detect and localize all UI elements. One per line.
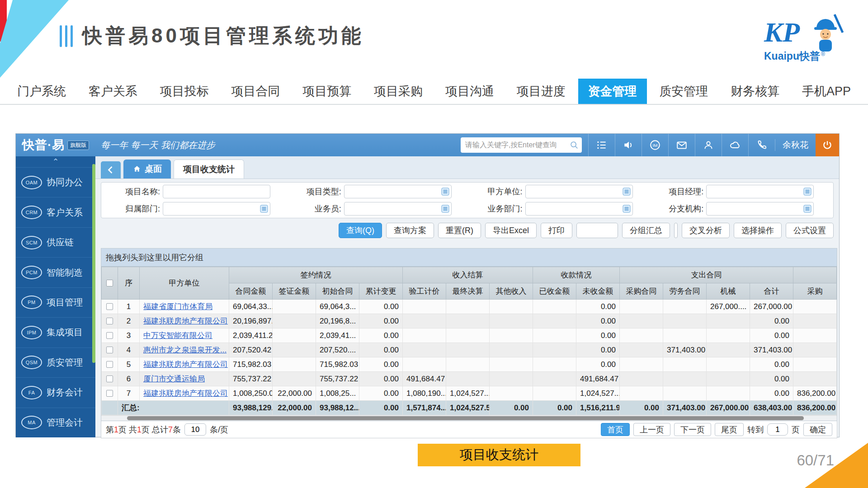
group-by-bar[interactable]: 拖拽列头到这里以用它分组 <box>101 249 837 267</box>
contact-icon[interactable] <box>695 134 722 156</box>
company-link[interactable]: 福建兆联房地产有限公司 <box>143 317 228 325</box>
goto-page-input[interactable] <box>767 423 788 436</box>
sidebar-item-oam[interactable]: OAM协同办公 <box>16 167 95 197</box>
sidebar-item-pcm[interactable]: PCM智能制造 <box>16 257 95 287</box>
prev-page-button[interactable]: 上一页 <box>633 423 670 436</box>
company-link[interactable]: 福建兆联房地产有限公司 <box>143 389 228 398</box>
search-icon[interactable] <box>569 140 579 150</box>
menu-icon[interactable] <box>588 134 615 156</box>
print-button[interactable]: 打印 <box>541 223 572 238</box>
col-header-4[interactable]: 累计变更 <box>359 283 403 300</box>
row-checkbox[interactable] <box>106 303 113 310</box>
row-checkbox[interactable] <box>106 361 113 368</box>
tab-desktop[interactable]: 桌面 <box>123 160 171 178</box>
nav-tab-3[interactable]: 项目投标 <box>150 79 219 104</box>
export-excel-button[interactable]: 导出Excel <box>485 223 537 238</box>
confirm-button[interactable]: 确定 <box>803 423 832 436</box>
phone-icon[interactable] <box>748 134 775 156</box>
select-all-checkbox[interactable] <box>106 280 113 286</box>
nav-tab-9[interactable]: 资金管理 <box>578 79 647 104</box>
list-picker-icon[interactable] <box>259 204 269 213</box>
im-icon[interactable]: IM <box>642 134 668 156</box>
filter-input-salesperson[interactable] <box>344 202 452 216</box>
filter-input-client-unit[interactable] <box>525 185 633 198</box>
list-picker-icon[interactable] <box>622 187 631 196</box>
col-header-5[interactable]: 验工计价 <box>403 283 446 300</box>
select-operation-button[interactable]: 选择操作 <box>734 223 782 238</box>
nav-tab-7[interactable]: 项目沟通 <box>435 79 504 104</box>
cross-analysis-button[interactable]: 交叉分析 <box>682 223 730 238</box>
next-page-button[interactable]: 下一页 <box>674 423 711 436</box>
sidebar-scrollbar[interactable] <box>92 164 95 363</box>
col-header-14[interactable]: 采购 <box>793 283 837 300</box>
col-header-10[interactable]: 采购合同 <box>620 283 663 300</box>
filter-input-project-name[interactable] <box>163 185 270 198</box>
col-header-3[interactable]: 初始合同 <box>316 283 359 300</box>
row-checkbox[interactable] <box>106 347 113 353</box>
page-size-input[interactable] <box>184 423 206 436</box>
sidebar-item-ma[interactable]: MA管理会计 <box>16 408 95 437</box>
sidebar-collapse-icon[interactable]: ⌃ <box>16 156 95 167</box>
nav-tab-4[interactable]: 项目合同 <box>221 79 290 104</box>
reset-button[interactable]: 重置(R) <box>438 223 481 238</box>
company-link[interactable]: 福建省厦门市体育局 <box>143 302 212 311</box>
filter-input-business-dept[interactable] <box>525 202 633 216</box>
company-link[interactable]: 厦门市交通运输局 <box>143 375 205 383</box>
list-picker-icon[interactable] <box>441 204 450 213</box>
sidebar-item-ipm[interactable]: IPM集成项目 <box>16 317 95 347</box>
cloud-icon[interactable] <box>722 134 748 156</box>
company-link[interactable]: 惠州市龙之泉温泉开发... <box>143 346 226 354</box>
global-search-input[interactable] <box>465 141 569 149</box>
list-picker-icon[interactable] <box>441 187 450 196</box>
first-page-button[interactable]: 首页 <box>601 423 630 436</box>
last-page-button[interactable]: 尾页 <box>715 423 744 436</box>
list-picker-icon[interactable] <box>803 187 812 196</box>
company-link[interactable]: 福建兆联房地产有限公司 <box>143 360 228 369</box>
col-header-9[interactable]: 未收金额 <box>576 283 620 300</box>
power-button[interactable] <box>816 134 839 156</box>
tab-project-income-expense[interactable]: 项目收支统计 <box>174 160 244 178</box>
col-header-12[interactable]: 机械 <box>707 283 750 300</box>
nav-tab-1[interactable]: 门户系统 <box>7 79 76 104</box>
blank-button[interactable] <box>576 223 618 238</box>
nav-tab-6[interactable]: 项目采购 <box>364 79 433 104</box>
query-plan-button[interactable]: 查询方案 <box>386 223 434 238</box>
company-link[interactable]: 中万安智能有限公司 <box>143 331 212 340</box>
mail-icon[interactable] <box>668 134 695 156</box>
formula-settings-button[interactable]: 公式设置 <box>786 223 834 238</box>
col-header-company[interactable]: 甲方单位 <box>140 267 229 300</box>
speaker-icon[interactable] <box>615 134 642 156</box>
col-header-1[interactable]: 合同金额 <box>229 283 273 300</box>
group-summary-button[interactable]: 分组汇总 <box>622 223 670 238</box>
col-header-13[interactable]: 合计 <box>750 283 793 300</box>
filter-input-department[interactable] <box>163 202 270 216</box>
list-picker-icon[interactable] <box>803 204 812 213</box>
col-header-2[interactable]: 签证金额 <box>273 283 316 300</box>
sidebar-item-crm[interactable]: CRM客户关系 <box>16 197 95 227</box>
row-checkbox[interactable] <box>106 332 113 339</box>
sidebar-item-fa[interactable]: FA财务会计 <box>16 377 95 407</box>
filter-input-project-manager[interactable] <box>706 185 814 198</box>
col-header-7[interactable]: 其他收入 <box>490 283 533 300</box>
filter-input-branch[interactable] <box>706 202 814 216</box>
query-button[interactable]: 查询(Q) <box>339 223 382 238</box>
row-checkbox[interactable] <box>106 375 113 382</box>
col-header-11[interactable]: 劳务合同 <box>663 283 707 300</box>
back-button[interactable] <box>101 161 121 178</box>
horizontal-scrollbar-thumb[interactable] <box>127 416 804 420</box>
nav-tab-8[interactable]: 项目进度 <box>507 79 576 104</box>
sidebar-item-pm[interactable]: PM项目管理 <box>16 287 95 317</box>
filter-input-project-type[interactable] <box>344 185 452 198</box>
col-header-seq[interactable]: 序 <box>118 267 140 300</box>
sidebar-item-qsm[interactable]: QSM质安管理 <box>16 347 95 377</box>
row-checkbox[interactable] <box>106 390 113 397</box>
col-header-8[interactable]: 已收金额 <box>533 283 576 300</box>
nav-tab-2[interactable]: 客户关系 <box>79 79 147 104</box>
nav-tab-10[interactable]: 质安管理 <box>649 79 718 104</box>
user-name[interactable]: 余秋花 <box>775 139 816 151</box>
nav-tab-11[interactable]: 财务核算 <box>721 79 789 104</box>
col-header-6[interactable]: 最终决算 <box>446 283 490 300</box>
nav-tab-5[interactable]: 项目预算 <box>292 79 361 104</box>
list-picker-icon[interactable] <box>622 204 631 213</box>
nav-tab-12[interactable]: 手机APP <box>792 79 861 104</box>
